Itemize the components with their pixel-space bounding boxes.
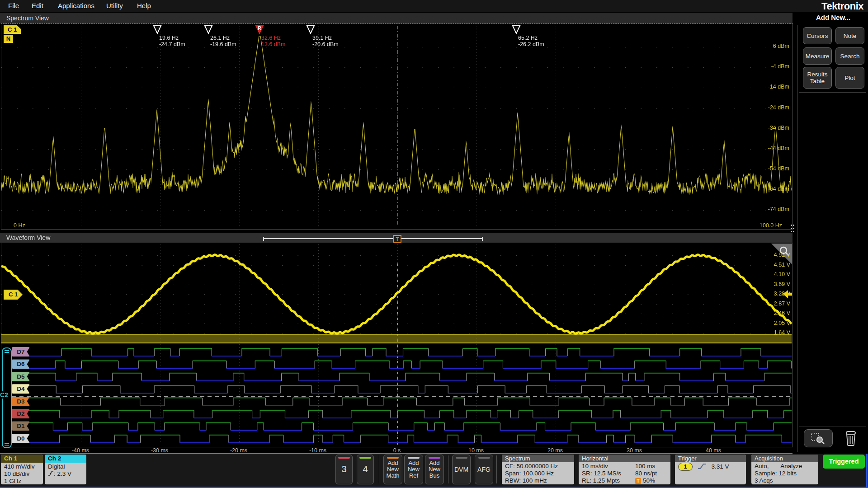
horizontal-col1: RL: 1.25 Mpts <box>582 477 620 484</box>
spectrum-overlay <box>1 24 792 228</box>
spectrum-settings-header: Spectrum <box>502 455 574 462</box>
voltage-label-6: 2.46 V <box>751 310 790 316</box>
triggered-status-badge: Triggered <box>823 455 865 469</box>
spectrum-setting-0: CF: 50.0000000 Hz <box>505 463 574 470</box>
panel-resize-handle[interactable] <box>791 225 794 233</box>
dvm-label: DVM <box>454 466 468 473</box>
peak-marker-1[interactable] <box>204 25 213 34</box>
marker-amplitude: -26.2 dBm <box>518 42 544 48</box>
menu-item-file[interactable]: File <box>8 2 19 9</box>
menu-item-edit[interactable]: Edit <box>32 2 43 9</box>
horizontal-col2: 100 ms <box>635 463 655 470</box>
spectrum-settings-panel[interactable]: Spectrum CF: 50.0000000 HzSpan: 100.000 … <box>502 455 574 484</box>
add-new-label-line: New <box>429 466 440 473</box>
acquisition-sample: Sample: 12 bits <box>755 470 818 477</box>
channel-3-button[interactable]: 3 <box>335 455 353 484</box>
add-new-ref-button[interactable]: AddNewRef <box>404 455 423 484</box>
channel-3-color-stripe <box>338 457 350 459</box>
channel-1-label: Ch 1 <box>1 455 43 463</box>
edge-threshold-icon <box>48 471 54 476</box>
oscilloscope-screen: FileEditApplicationsUtilityHelp Tektroni… <box>0 0 868 488</box>
spectrum-view-header[interactable]: Spectrum View <box>0 13 793 23</box>
spectrum-view-title: Spectrum View <box>6 14 49 22</box>
menu-item-utility[interactable]: Utility <box>106 2 123 9</box>
sidebar-button-cursors[interactable]: Cursors <box>803 27 832 44</box>
dbm-label-4: -34 dBm <box>750 125 789 131</box>
right-accent-line <box>866 454 868 487</box>
spectrum-trace-mode-badge[interactable]: N <box>4 35 13 43</box>
sidebar-button-search[interactable]: Search <box>835 47 864 65</box>
voltage-label-5: 2.87 V <box>751 300 790 307</box>
marker-label-1: 26.1 Hz-19.6 dBm <box>210 35 236 47</box>
waveform-view-title: Waveform View <box>6 234 50 241</box>
channel-1-panel[interactable]: Ch 1 410 mV/div10 dB/div1 GHz <box>1 455 43 484</box>
add-new-bus-button[interactable]: AddNewBus <box>425 455 444 484</box>
reference-marker[interactable]: R <box>255 25 264 34</box>
trigger-settings-panel[interactable]: Trigger 1 3.31 V <box>675 455 746 484</box>
channel-2-label: Ch 2 <box>45 455 86 463</box>
bottombar-divider-2 <box>448 455 448 483</box>
add-new-stripe <box>429 457 440 459</box>
acquisition-settings-panel[interactable]: Acquisition Auto, Analyze Sample: 12 bit… <box>751 455 818 484</box>
marker-amplitude: -24.7 dBm <box>159 42 185 48</box>
marker-amplitude: -19.6 dBm <box>210 42 236 48</box>
menu-bar: FileEditApplicationsUtilityHelp Tektroni… <box>0 0 868 12</box>
marker-frequency: 32.6 Hz <box>261 35 286 42</box>
add-new-label-line: Math <box>387 473 400 479</box>
menu-item-help[interactable]: Help <box>137 2 151 9</box>
horizontal-scrollbar[interactable] <box>263 237 483 241</box>
add-new-label-line: Add <box>408 460 420 466</box>
marker-label-4: 65.2 Hz-26.2 dBm <box>518 35 544 47</box>
add-new-label-line: Add <box>387 460 400 466</box>
marker-label-0: 19.6 Hz-24.7 dBm <box>159 35 185 47</box>
acquisition-count: 3 Acqs <box>755 477 818 484</box>
dbm-label-5: -44 dBm <box>750 145 789 151</box>
channel-4-color-stripe <box>359 457 371 459</box>
marker-label-2: 32.6 Hz13.6 dBm <box>261 35 286 47</box>
channel-2-panel[interactable]: Ch 2 Digital : 2.3 V <box>45 455 86 484</box>
horizontal-settings-values: 10 ms/div100 msSR: 12.5 MS/s80 ns/ptRL: … <box>579 462 670 484</box>
voltage-label-7: 2.05 V <box>751 320 790 326</box>
voltage-label-2: 4.10 V <box>751 271 790 277</box>
digital-c2-label[interactable]: C2 <box>0 391 8 399</box>
sidebar-button-note[interactable]: Note <box>835 27 864 44</box>
sidebar-button-plot[interactable]: Plot <box>835 67 864 89</box>
dbm-label-3: -24 dBm <box>750 104 789 111</box>
zoom-select-button[interactable] <box>804 429 833 447</box>
peak-marker-0[interactable] <box>153 25 162 34</box>
channel-4-button[interactable]: 4 <box>357 455 374 484</box>
bottombar-divider-1 <box>379 455 379 483</box>
bottombar-divider-3 <box>496 455 497 483</box>
dbm-label-0: 6 dBm <box>750 43 789 49</box>
afg-button[interactable]: AFG <box>475 455 493 484</box>
trigger-position-indicator[interactable]: T <box>393 235 401 243</box>
spectrum-x-end-label: 100.0 Hz <box>760 222 782 229</box>
add-new-stripe <box>408 457 420 459</box>
spectrum-setting-2: RBW: 100 mHz <box>505 477 574 484</box>
channel-1-settings: 410 mV/div10 dB/div1 GHz <box>1 463 43 484</box>
dbm-label-2: -14 dBm <box>750 84 789 90</box>
spectrum-channel-badge[interactable]: C 1 <box>4 25 21 34</box>
sidebar-button-results-table[interactable]: Results Table <box>803 67 832 89</box>
tektronix-logo: Tektronix <box>821 0 863 12</box>
trigger-level-value: 3.31 V <box>712 463 729 470</box>
afg-stripe <box>478 457 490 459</box>
horizontal-col1: 10 ms/div <box>582 463 608 470</box>
menu-item-applications[interactable]: Applications <box>58 2 94 9</box>
voltage-label-0: 4.92 V <box>751 252 790 258</box>
add-new-stripe <box>387 457 399 459</box>
sidebar-border <box>797 25 798 452</box>
sidebar-button-measure[interactable]: Measure <box>803 47 832 65</box>
spectrum-plot <box>1 23 793 230</box>
dbm-label-8: -74 dBm <box>750 206 789 212</box>
peak-marker-4[interactable] <box>512 25 521 34</box>
add-new-math-button[interactable]: AddNewMath <box>383 455 402 484</box>
peak-marker-3[interactable] <box>306 25 315 34</box>
horizontal-settings-panel[interactable]: Horizontal 10 ms/div100 msSR: 12.5 MS/s8… <box>579 455 670 484</box>
trash-icon[interactable] <box>843 428 859 449</box>
sidebar-divider-bottom <box>799 427 866 427</box>
dvm-button[interactable]: DVM <box>452 455 471 484</box>
spectrum-settings-values: CF: 50.0000000 HzSpan: 100.000 HzRBW: 10… <box>502 462 574 484</box>
channel-3-label: 3 <box>341 464 346 474</box>
add-new-label: AddNewMath <box>387 460 400 479</box>
